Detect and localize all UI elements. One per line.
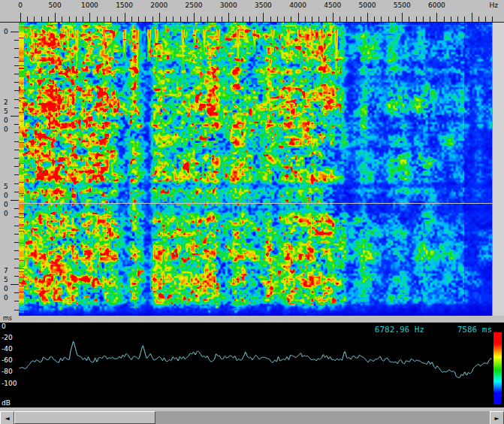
frequency-tick-label: 500 (49, 2, 62, 9)
frequency-ruler: Hz 0500100015002000250030003500400045005… (0, 0, 504, 23)
frequency-tick-label: 3500 (255, 2, 272, 9)
frequency-tick-label: 5500 (394, 2, 411, 9)
db-tick-label: 0 (2, 323, 6, 330)
frequency-tick-label: 4000 (289, 2, 306, 9)
spectrum-canvas (19, 323, 492, 407)
scroll-right-button[interactable]: ► (490, 411, 504, 424)
horizontal-scrollbar-track[interactable] (14, 411, 490, 424)
frequency-tick-label: 6000 (428, 2, 445, 9)
frequency-tick-label: 5000 (359, 2, 376, 9)
db-tick-label: -100 (2, 380, 17, 387)
time-unit-strip: ms (0, 316, 504, 323)
frequency-tick-label: 4500 (324, 2, 341, 9)
time-tick-label: 2 5 0 0 (4, 98, 8, 134)
db-tick-label: -40 (2, 345, 13, 353)
vertical-scrollbar[interactable] (492, 23, 504, 316)
time-unit-label: ms (3, 315, 12, 322)
right-arrow-icon: ► (494, 415, 499, 422)
db-tick-label: -60 (2, 356, 13, 364)
time-tick-label: 0 (4, 27, 8, 36)
frequency-tick-label: 1500 (116, 2, 133, 9)
time-major-ticks (11, 32, 19, 311)
frequency-readout: 6782.96 Hz (375, 325, 424, 335)
frequency-major-ticks (20, 13, 493, 22)
spectrogram-window: Hz 0500100015002000250030003500400045005… (0, 0, 504, 424)
horizontal-scrollbar[interactable]: ◄ ► (0, 411, 504, 424)
time-tick-label: 5 0 0 0 (4, 182, 8, 218)
frequency-tick-label: 2000 (150, 2, 167, 9)
spectrogram-canvas[interactable] (19, 23, 492, 316)
db-tick-label: -20 (2, 334, 13, 341)
left-arrow-icon: ◄ (5, 415, 9, 422)
spectrum-panel: 6782.96 Hz 7586 ms dB 0-20-40-60-80-100 (0, 323, 504, 407)
db-unit-label: dB (2, 399, 11, 407)
db-tick-label: -80 (2, 368, 13, 375)
frequency-tick-label: 1000 (81, 2, 98, 9)
scroll-left-button[interactable]: ◄ (0, 411, 14, 424)
time-ruler: 02 5 0 05 0 0 07 5 0 0 (0, 23, 20, 316)
frequency-unit-label: Hz (490, 2, 499, 9)
time-readout: 7586 ms (457, 325, 492, 335)
frequency-tick-label: 2500 (186, 2, 203, 9)
color-scale-legend (493, 332, 502, 404)
horizontal-scrollbar-thumb[interactable] (14, 411, 155, 424)
frequency-tick-label: 0 (18, 2, 23, 9)
frequency-tick-label: 3000 (220, 2, 237, 9)
time-tick-label: 7 5 0 0 (4, 266, 8, 302)
